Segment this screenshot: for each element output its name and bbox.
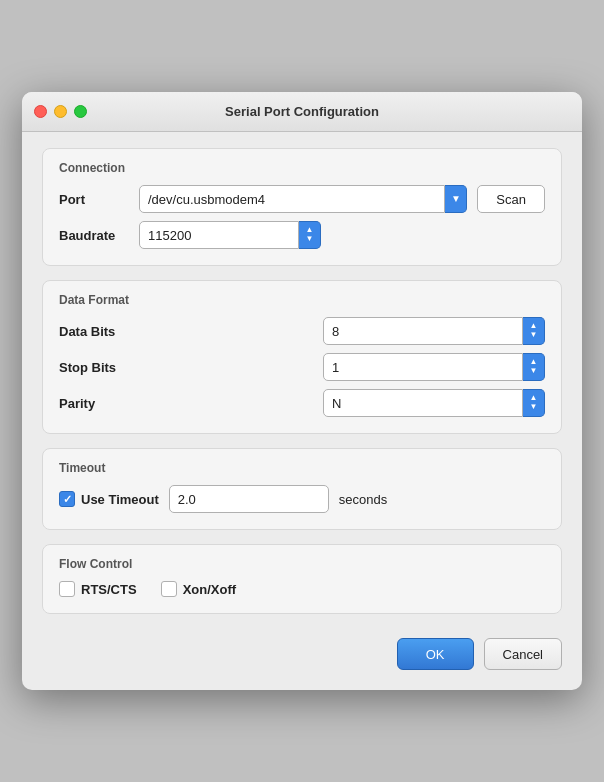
rts-cts-checkbox[interactable]: RTS/CTS [59, 581, 137, 597]
port-select: /dev/cu.usbmodem4 ▼ Scan [139, 185, 545, 213]
parity-label: Parity [59, 396, 95, 411]
connection-label: Connection [59, 161, 545, 175]
flow-row: RTS/CTS Xon/Xoff [59, 581, 545, 597]
timeout-label: Timeout [59, 461, 545, 475]
timeout-section: Timeout ✓ Use Timeout 2.0 seconds [42, 448, 562, 530]
use-timeout-checkbox-label: Use Timeout [81, 492, 159, 507]
timeout-row: ✓ Use Timeout 2.0 seconds [59, 485, 545, 513]
port-label: Port [59, 192, 139, 207]
port-dropdown-arrow[interactable]: ▼ [445, 185, 467, 213]
port-value[interactable]: /dev/cu.usbmodem4 [139, 185, 445, 213]
baudrate-label: Baudrate [59, 228, 139, 243]
content: Connection Port /dev/cu.usbmodem4 ▼ Scan… [22, 132, 582, 690]
xon-xoff-checkbox-box[interactable] [161, 581, 177, 597]
parity-spinner: N ▲ ▼ [323, 389, 545, 417]
data-format-section: Data Format Data Bits 8 ▲ ▼ Stop Bits 1 … [42, 280, 562, 434]
stop-bits-row: Stop Bits 1 ▲ ▼ [59, 353, 545, 381]
stop-bits-label: Stop Bits [59, 360, 116, 375]
close-button[interactable] [34, 105, 47, 118]
data-bits-arrows[interactable]: ▲ ▼ [523, 317, 545, 345]
ok-button[interactable]: OK [397, 638, 474, 670]
port-row: Port /dev/cu.usbmodem4 ▼ Scan [59, 185, 545, 213]
baudrate-row: Baudrate 115200 ▲ ▼ [59, 221, 545, 249]
baudrate-value[interactable]: 115200 [139, 221, 299, 249]
data-bits-down-icon[interactable]: ▼ [530, 331, 538, 340]
xon-xoff-label: Xon/Xoff [183, 582, 236, 597]
checkmark-icon: ✓ [63, 493, 72, 506]
parity-value[interactable]: N [323, 389, 523, 417]
data-bits-label: Data Bits [59, 324, 115, 339]
timeout-unit: seconds [339, 492, 387, 507]
minimize-button[interactable] [54, 105, 67, 118]
timeout-input[interactable]: 2.0 [169, 485, 329, 513]
data-bits-value[interactable]: 8 [323, 317, 523, 345]
titlebar: Serial Port Configuration [22, 92, 582, 132]
parity-arrows[interactable]: ▲ ▼ [523, 389, 545, 417]
buttons-row: OK Cancel [42, 628, 562, 670]
maximize-button[interactable] [74, 105, 87, 118]
flow-control-section: Flow Control RTS/CTS Xon/Xoff [42, 544, 562, 614]
rts-cts-label: RTS/CTS [81, 582, 137, 597]
baudrate-spinner: 115200 ▲ ▼ [139, 221, 321, 249]
use-timeout-checkbox[interactable]: ✓ Use Timeout [59, 491, 159, 507]
cancel-button[interactable]: Cancel [484, 638, 562, 670]
data-format-label: Data Format [59, 293, 545, 307]
stop-bits-spinner: 1 ▲ ▼ [323, 353, 545, 381]
scan-button[interactable]: Scan [477, 185, 545, 213]
baudrate-arrows[interactable]: ▲ ▼ [299, 221, 321, 249]
window-title: Serial Port Configuration [225, 104, 379, 119]
parity-down-icon[interactable]: ▼ [530, 403, 538, 412]
baudrate-down-icon[interactable]: ▼ [306, 235, 314, 244]
stop-bits-arrows[interactable]: ▲ ▼ [523, 353, 545, 381]
parity-row: Parity N ▲ ▼ [59, 389, 545, 417]
data-bits-spinner: 8 ▲ ▼ [323, 317, 545, 345]
flow-control-label: Flow Control [59, 557, 545, 571]
stop-bits-down-icon[interactable]: ▼ [530, 367, 538, 376]
traffic-lights [34, 105, 87, 118]
chevron-down-icon: ▼ [451, 194, 461, 204]
stop-bits-value[interactable]: 1 [323, 353, 523, 381]
data-bits-row: Data Bits 8 ▲ ▼ [59, 317, 545, 345]
connection-section: Connection Port /dev/cu.usbmodem4 ▼ Scan… [42, 148, 562, 266]
window: Serial Port Configuration Connection Por… [22, 92, 582, 690]
xon-xoff-checkbox[interactable]: Xon/Xoff [161, 581, 236, 597]
rts-cts-checkbox-box[interactable] [59, 581, 75, 597]
use-timeout-checkbox-box[interactable]: ✓ [59, 491, 75, 507]
